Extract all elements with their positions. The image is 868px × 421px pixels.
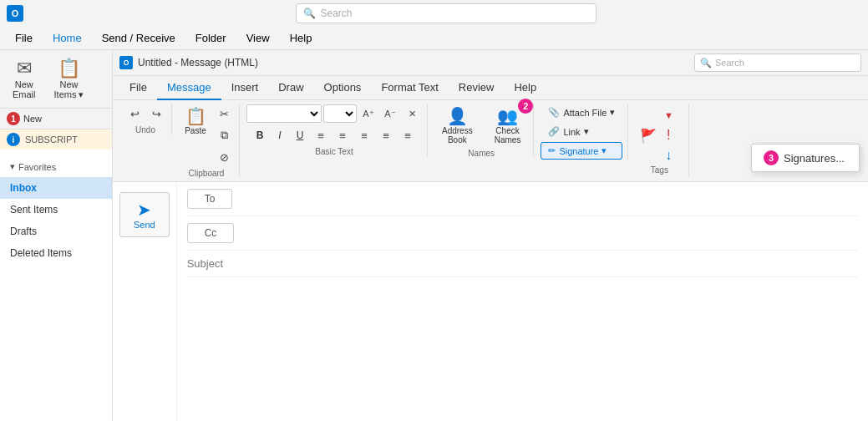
align-right-button[interactable]: ≡ xyxy=(354,125,374,145)
italic-button[interactable]: I xyxy=(271,126,289,145)
subject-input[interactable] xyxy=(187,251,858,277)
menu-view[interactable]: View xyxy=(238,28,278,48)
tab-draw[interactable]: Draw xyxy=(268,76,313,100)
undo-button[interactable]: ↩ xyxy=(124,104,145,124)
cut-button[interactable]: ✂ xyxy=(214,104,234,124)
attach-icon: 📎 xyxy=(548,107,560,118)
tags-label: Tags xyxy=(651,165,668,175)
send-button[interactable]: ➤ Send xyxy=(119,192,170,237)
font-name-select[interactable] xyxy=(246,104,322,123)
underline-button[interactable]: U xyxy=(291,126,309,145)
names-label: Names xyxy=(468,149,495,158)
indent-button[interactable]: ≡ xyxy=(398,125,418,145)
step3-badge: 3 xyxy=(764,150,779,165)
font-size-select[interactable] xyxy=(323,104,357,123)
outlook-logo-icon: O xyxy=(7,5,23,22)
menu-folder[interactable]: Folder xyxy=(187,28,235,48)
message-ribbon: ↩ ↪ Undo 📋 Paste ✂ ⧉ ⊘ xyxy=(113,100,868,182)
sidebar-item-sent[interactable]: Sent Items xyxy=(0,199,112,221)
attach-file-button[interactable]: 📎 Attach File ▾ xyxy=(541,104,622,121)
copy-button[interactable]: ⧉ xyxy=(214,125,234,145)
to-field-row: To xyxy=(187,182,858,216)
message-title-bar: O Untitled - Message (HTML) 🔍 Search xyxy=(113,50,868,76)
favorites-label: Favorites xyxy=(18,162,56,172)
menu-send-receive[interactable]: Send / Receive xyxy=(94,28,184,48)
undo-group: ↩ ↪ Undo xyxy=(119,104,172,134)
new-items-icon: 📋 xyxy=(58,58,80,79)
new-email-label: NewEmail xyxy=(13,79,36,99)
menu-file[interactable]: File xyxy=(7,28,41,48)
shrink-font-button[interactable]: A⁻ xyxy=(380,104,400,124)
cc-button[interactable]: Cc xyxy=(187,223,235,243)
signature-chevron: ▾ xyxy=(602,145,607,156)
step2-badge: 2 xyxy=(518,99,533,114)
subscript-bar: i SUBSCRIPT xyxy=(0,129,112,150)
menu-home[interactable]: Home xyxy=(44,28,90,48)
format-painter-button[interactable]: ⊘ xyxy=(214,147,234,167)
flag-icon: 🚩 xyxy=(640,128,657,144)
clipboard-group: 📋 Paste ✂ ⧉ ⊘ Clipboard xyxy=(174,104,240,178)
sidebar-item-inbox[interactable]: Inbox xyxy=(0,177,112,199)
sidebar-item-deleted[interactable]: Deleted Items xyxy=(0,242,112,264)
tab-message[interactable]: Message xyxy=(157,76,221,100)
to-input[interactable] xyxy=(239,193,858,205)
clear-format-button[interactable]: ✕ xyxy=(402,104,422,124)
subscript-label: SUBSCRIPT xyxy=(25,134,78,145)
link-chevron: ▾ xyxy=(584,126,589,137)
signature-button[interactable]: ✏ Signature ▾ xyxy=(541,142,622,160)
redo-button[interactable]: ↪ xyxy=(146,104,166,124)
address-book-button[interactable]: 👤 AddressBook xyxy=(434,104,480,147)
sidebar-item-drafts[interactable]: Drafts xyxy=(0,221,112,242)
favorites-header[interactable]: ▾ Favorites xyxy=(0,156,112,177)
paste-label: Paste xyxy=(185,126,206,135)
message-tabs: File Message Insert Draw Options Format … xyxy=(113,76,868,100)
check-names-icon: 👥 xyxy=(497,106,518,126)
tab-file[interactable]: File xyxy=(119,76,157,100)
new-items-button[interactable]: 📋 NewItems ▾ xyxy=(47,53,92,104)
paste-icon: 📋 xyxy=(185,106,206,126)
to-button[interactable]: To xyxy=(187,189,233,209)
tab-review[interactable]: Review xyxy=(449,76,505,100)
clipboard-label: Clipboard xyxy=(189,169,225,178)
paste-button[interactable]: 📋 Paste xyxy=(179,104,212,138)
cc-input[interactable] xyxy=(241,227,858,239)
flag-down-button[interactable]: ▼ xyxy=(658,105,678,125)
msg-outlook-icon: O xyxy=(119,56,133,69)
attach-chevron: ▾ xyxy=(610,107,615,118)
follow-up-button[interactable]: ! xyxy=(658,125,678,145)
grow-font-button[interactable]: A⁺ xyxy=(358,104,378,124)
tab-insert[interactable]: Insert xyxy=(221,76,269,100)
new-email-button[interactable]: ✉ NewEmail xyxy=(5,53,43,104)
search-icon: 🔍 xyxy=(700,58,712,68)
address-book-icon: 👤 xyxy=(447,106,468,126)
bold-button[interactable]: B xyxy=(251,126,269,145)
info-icon: i xyxy=(7,133,20,146)
basic-text-group: A⁺ A⁻ ✕ B I U ≡ ≡ ≡ ≡ ≡ Basic Text xyxy=(241,104,428,156)
tab-options[interactable]: Options xyxy=(314,76,372,100)
signature-icon: ✏ xyxy=(548,145,556,156)
signatures-menu-item[interactable]: 3 Signatures... xyxy=(752,145,859,171)
tags-group: 🚩 ▼ ! ↓ Tags xyxy=(630,104,689,176)
tab-format-text[interactable]: Format Text xyxy=(371,76,448,100)
menu-help[interactable]: Help xyxy=(282,28,321,48)
justify-button[interactable]: ≡ xyxy=(376,125,396,145)
signatures-label: Signatures... xyxy=(784,152,845,165)
priority-down-button[interactable]: ↓ xyxy=(658,145,678,165)
new-badge: 1 xyxy=(7,112,20,125)
align-left-button[interactable]: ≡ xyxy=(311,125,331,145)
names-group: 👤 AddressBook 👥 CheckNames 2 Names xyxy=(429,104,534,158)
sidebar-nav: ▾ Favorites Inbox Sent Items Drafts Dele… xyxy=(0,150,112,271)
tab-help[interactable]: Help xyxy=(504,76,546,100)
align-center-button[interactable]: ≡ xyxy=(332,125,353,145)
new-email-icon: ✉ xyxy=(17,58,32,79)
send-icon: ➤ xyxy=(137,200,151,220)
message-search-box[interactable]: 🔍 Search xyxy=(694,53,861,72)
menu-bar: File Home Send / Receive Folder View Hel… xyxy=(0,27,868,50)
address-book-label: AddressBook xyxy=(442,126,473,145)
link-button[interactable]: 🔗 Link ▾ xyxy=(541,123,622,140)
include-group: 📎 Attach File ▾ 🔗 Link ▾ ✏ Signature ▾ xyxy=(536,104,628,160)
main-layout: ✉ NewEmail 📋 NewItems ▾ 1 New i SUBSCRIP… xyxy=(0,50,868,421)
cc-field-row: Cc xyxy=(187,216,858,251)
sidebar: ✉ NewEmail 📋 NewItems ▾ 1 New i SUBSCRIP… xyxy=(0,50,113,421)
global-search-box[interactable]: 🔍 Search xyxy=(296,3,596,23)
